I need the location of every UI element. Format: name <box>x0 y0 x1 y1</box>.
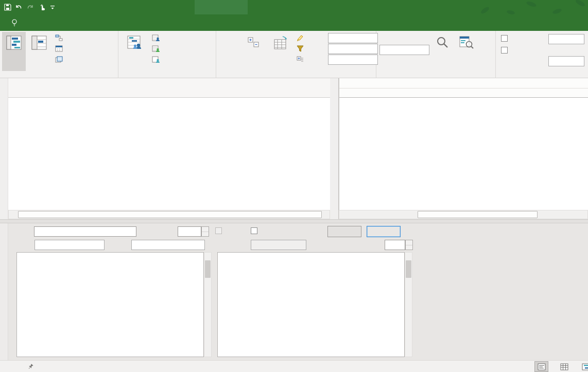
tab-row <box>0 14 588 31</box>
team-planner-icon <box>127 34 143 51</box>
gantt-chart-icon <box>6 34 22 51</box>
network-diagram-icon <box>55 34 63 41</box>
entire-project-button[interactable] <box>454 32 479 71</box>
redo-button[interactable] <box>27 4 35 10</box>
other-views-button[interactable] <box>55 54 68 65</box>
decorative-leaves <box>454 0 588 14</box>
lightbulb-icon <box>11 19 18 27</box>
resource-usage-button[interactable] <box>152 32 165 43</box>
status-bar <box>0 360 588 372</box>
pane-divider[interactable] <box>330 78 339 219</box>
network-diagram-button[interactable] <box>55 32 68 43</box>
predecessor-grid-vscrollbar-thumb[interactable] <box>406 260 411 278</box>
outline-button[interactable] <box>240 32 267 71</box>
timeline-checkbox-row[interactable] <box>501 35 510 42</box>
touch-mode-button[interactable] <box>39 4 46 11</box>
task-usage-icon <box>31 34 47 51</box>
usage-view-icon <box>560 363 568 370</box>
ribbon-group-task-views <box>0 31 118 78</box>
task-type-dropdown <box>251 240 306 250</box>
ribbon-group-split-view <box>496 31 588 78</box>
resource-grid-vscrollbar-thumb[interactable] <box>205 260 211 278</box>
resource-sheet-icon <box>152 45 160 52</box>
details-checkbox-row[interactable] <box>501 47 510 54</box>
other-views-icon <box>55 56 63 63</box>
zoom-button[interactable] <box>432 32 453 71</box>
percent-complete-stepper[interactable] <box>405 240 413 250</box>
ribbon-group-resource-views <box>118 31 216 78</box>
calendar-button[interactable] <box>55 43 68 54</box>
details-checkbox[interactable] <box>501 47 508 54</box>
task-form-strip <box>0 223 8 360</box>
duration-stepper[interactable] <box>201 226 209 237</box>
chart-scroll-left-icon[interactable] <box>339 210 348 219</box>
gantt-chart-area <box>339 78 588 210</box>
title-bar <box>0 0 588 14</box>
task-table <box>8 98 330 210</box>
previous-button[interactable] <box>327 226 361 237</box>
entire-project-icon <box>459 34 474 51</box>
chart-hscrollbar[interactable] <box>339 210 588 219</box>
chart-hscrollbar-thumb[interactable] <box>418 211 538 218</box>
effort-driven-checkbox-row <box>215 227 224 234</box>
ribbon <box>0 31 588 78</box>
customize-qat-button[interactable] <box>50 5 55 10</box>
task-usage-button[interactable] <box>27 32 51 71</box>
sort-icon <box>228 34 229 51</box>
other-views-resource-icon <box>152 56 160 63</box>
task-form-pane <box>0 223 588 360</box>
sort-button[interactable] <box>218 32 239 71</box>
resource-usage-icon <box>152 34 160 41</box>
filter-dropdown[interactable] <box>328 44 378 54</box>
timeline-view-button[interactable] <box>534 361 548 372</box>
gantt-view-button[interactable] <box>579 361 588 372</box>
next-button[interactable] <box>367 226 401 237</box>
timescale-dropdown[interactable] <box>379 45 429 55</box>
save-icon[interactable] <box>4 4 11 11</box>
usage-view-button[interactable] <box>557 361 571 372</box>
timeline-view-icon <box>538 363 546 370</box>
group-by-icon[interactable] <box>297 56 304 63</box>
tables-icon <box>273 34 288 51</box>
ribbon-group-data <box>216 31 376 78</box>
team-planner-button[interactable] <box>122 32 148 71</box>
filter-icon[interactable] <box>297 45 304 52</box>
resource-sheet-button[interactable] <box>152 43 165 54</box>
contextual-tab-group-label <box>195 0 248 14</box>
ribbon-group-zoom <box>376 31 496 78</box>
timeline-dropdown[interactable] <box>548 34 584 44</box>
gantt-chart-button[interactable] <box>2 32 26 71</box>
scroll-left-icon[interactable] <box>9 210 17 219</box>
table-header <box>8 78 330 98</box>
resource-grid <box>16 252 204 357</box>
predecessor-grid <box>217 252 405 357</box>
project-professional-window <box>0 0 588 372</box>
highlight-icon[interactable] <box>297 34 304 41</box>
highlight-control <box>297 32 378 43</box>
finish-dropdown[interactable] <box>131 240 205 250</box>
details-dropdown[interactable] <box>548 56 584 66</box>
resource-grid-vscrollbar[interactable] <box>204 252 212 357</box>
new-tasks-mode-button[interactable] <box>28 364 36 369</box>
undo-button[interactable] <box>15 4 23 10</box>
manually-scheduled-checkbox[interactable] <box>251 227 257 234</box>
duration-field[interactable] <box>178 226 201 237</box>
highlight-dropdown[interactable] <box>328 33 378 43</box>
tables-button[interactable] <box>269 32 292 71</box>
start-dropdown[interactable] <box>34 240 105 250</box>
timeline-checkbox[interactable] <box>501 35 508 42</box>
group-by-dropdown[interactable] <box>328 55 378 65</box>
tell-me-box[interactable] <box>11 14 21 31</box>
pane-splitter[interactable] <box>0 219 588 223</box>
scroll-right-icon[interactable] <box>321 210 330 219</box>
predecessor-grid-vscrollbar[interactable] <box>405 252 412 357</box>
outline-icon <box>247 34 261 51</box>
percent-complete-field[interactable] <box>385 240 405 250</box>
name-field[interactable] <box>34 226 136 237</box>
table-hscrollbar[interactable] <box>8 210 330 219</box>
manually-scheduled-checkbox-row[interactable] <box>251 227 260 234</box>
timeline-header <box>339 78 588 98</box>
filter-control <box>297 43 378 54</box>
other-views-resource-button[interactable] <box>152 54 165 65</box>
table-hscrollbar-thumb[interactable] <box>18 211 322 218</box>
